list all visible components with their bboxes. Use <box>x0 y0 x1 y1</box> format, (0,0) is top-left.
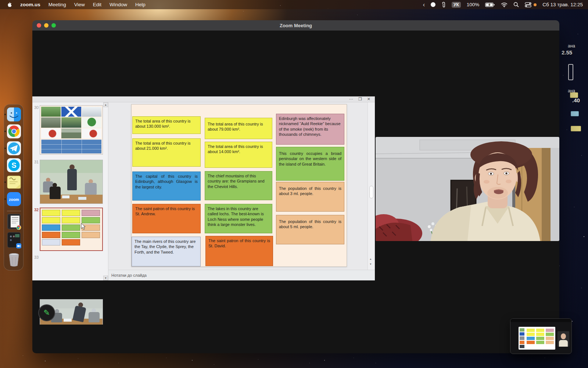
slide-thumbnail-pane: ▲ ▼ 30 <box>32 102 108 280</box>
telegram-icon[interactable] <box>7 141 21 156</box>
close-icon[interactable]: ✕ <box>367 97 370 101</box>
slide-text-box[interactable]: The main rivers of this country are the … <box>132 237 201 266</box>
finder-icon[interactable] <box>7 107 21 122</box>
photo-collage <box>41 107 101 138</box>
skype-icon[interactable]: S <box>7 158 21 173</box>
desktop-file-thumbnail[interactable] <box>571 126 581 131</box>
current-slide: The total area of this country is about … <box>131 104 347 267</box>
menubar-collapse-chevron[interactable]: ‹ <box>423 1 425 8</box>
blue-table <box>41 139 101 153</box>
mic-in-use-indicator <box>534 3 537 6</box>
window-titlebar[interactable]: Zoom Meeting <box>32 20 559 31</box>
battery-icon[interactable] <box>485 2 495 7</box>
desktop-file-value: .40 <box>572 97 580 103</box>
clover-image <box>82 117 101 127</box>
shared-screen-powerpoint: ⋯ ❐ ✕ ▲ ▼ 30 <box>32 96 375 280</box>
menu-bar: zoom.us Meeting View Edit Window Help ‹ … <box>0 0 588 9</box>
slide-thumbnail-31[interactable] <box>40 160 103 204</box>
mini-preview-screenshot <box>519 327 555 350</box>
slide-scrollbar[interactable]: ▲ ▼ <box>368 102 375 270</box>
svg-text:zoom: zoom <box>9 197 19 202</box>
zoom-meeting-window: Zoom Meeting ⋯ ❐ ✕ ▲ ▼ 30 <box>32 20 559 353</box>
slide-text-box[interactable]: Edinburgh was affectionately nicknamed “… <box>276 114 344 145</box>
mini-boxes-column <box>42 210 60 245</box>
zoom-app-icon[interactable]: zoom <box>7 192 21 206</box>
mouse-cursor <box>81 223 86 230</box>
stickies-running-dot <box>4 181 6 183</box>
slide-text-box[interactable]: The lakes in this country are called loc… <box>205 204 272 233</box>
menu-meeting[interactable]: Meeting <box>49 2 66 7</box>
stickies-icon[interactable] <box>7 175 21 190</box>
slide-text-box[interactable]: The total area of this country is about … <box>132 116 201 134</box>
chrome-running-dot <box>4 131 6 132</box>
zoom-badge-icon <box>16 243 21 248</box>
participant-video-tile[interactable] <box>376 137 559 241</box>
popout-window-icon[interactable]: ❐ <box>358 97 362 101</box>
dock: S zoom <box>4 104 24 270</box>
mini-boxes-column <box>62 210 80 245</box>
uk-map-image <box>41 128 61 138</box>
slide-text-box[interactable]: The population of this country is about … <box>276 182 344 212</box>
battery-percent: 100% <box>467 2 480 7</box>
uk-map-image <box>82 128 101 138</box>
slide-text-box[interactable]: The total area of this country is about … <box>132 138 201 167</box>
meeting-mini-preview-window[interactable] <box>510 318 572 354</box>
spotlight-search-icon[interactable] <box>513 2 519 7</box>
slide-text-box[interactable]: The total area of this country is about … <box>205 118 272 139</box>
notes-placeholder: Нотатки до слайда <box>111 273 147 277</box>
telegram-running-dot <box>4 148 6 149</box>
paperclip-icon[interactable] <box>441 1 446 8</box>
control-center-icon[interactable] <box>525 2 531 7</box>
menu-window[interactable]: Window <box>110 2 127 7</box>
slide-text-box[interactable]: The population of this country is about … <box>276 215 344 244</box>
desktop-file-thumbnail[interactable] <box>571 111 579 116</box>
thumbnails-scroll-down-button[interactable]: ▼ <box>103 276 108 280</box>
slide-text-box[interactable]: The capital of this country is Edinburgh… <box>132 171 201 201</box>
menu-edit[interactable]: Edit <box>93 2 101 7</box>
desktop-file-label: ана <box>568 43 575 49</box>
slide-text-box[interactable]: The chief mountains of this country are:… <box>205 171 272 200</box>
mini-preview-video <box>557 331 569 347</box>
participant-video-frame <box>376 137 559 241</box>
more-options-icon[interactable]: ⋯ <box>349 97 353 101</box>
menubar-clock[interactable]: Сб 13 трав. 12:25 <box>542 2 583 7</box>
wifi-icon[interactable] <box>501 2 508 7</box>
previous-slide-button[interactable]: ▲ <box>369 258 372 260</box>
window-title: Zoom Meeting <box>32 23 559 28</box>
screen-recording-indicator[interactable] <box>431 2 435 7</box>
next-slide-button[interactable]: ▼ <box>369 263 372 265</box>
chrome-icon[interactable] <box>7 124 21 139</box>
mini-preview-titlebar <box>510 319 571 322</box>
slide-canvas: The total area of this country is about … <box>108 102 368 270</box>
menu-help[interactable]: Help <box>135 2 146 7</box>
desktop-file-value: 2.55 <box>562 49 572 56</box>
finder-running-dot <box>4 114 6 115</box>
slide-text-box[interactable]: The saint patron of this country is St. … <box>205 236 273 266</box>
slide-number: 31 <box>34 160 39 164</box>
slide-number-selected: 32 <box>34 208 39 212</box>
slide-thumbnail-30[interactable] <box>40 105 103 155</box>
slide-number: 33 <box>34 255 39 259</box>
input-source-badge[interactable]: УК <box>452 2 461 8</box>
scrollbar-thumb[interactable] <box>369 186 373 198</box>
minimized-meeting-window[interactable] <box>7 232 21 248</box>
slide-text-box[interactable]: This country occupies a broad peninsular… <box>276 147 344 181</box>
menu-view[interactable]: View <box>74 2 85 7</box>
menu-app-name[interactable]: zoom.us <box>20 2 40 7</box>
slide-number: 30 <box>34 105 39 110</box>
scotland-flag-image <box>61 107 81 117</box>
slide-text-box[interactable]: The total area of this country is about … <box>205 142 272 168</box>
notes-bar[interactable]: Нотатки до слайда <box>108 270 375 280</box>
apple-menu-icon[interactable] <box>7 2 12 8</box>
slide-text-box[interactable]: The saint patron of this country is St. … <box>132 204 201 233</box>
dock-divider <box>7 211 21 211</box>
chrome-badge-icon <box>16 225 21 230</box>
slide-thumbnail-32-selected[interactable] <box>40 208 103 251</box>
meeting-content: ⋯ ❐ ✕ ▲ ▼ 30 <box>32 31 559 353</box>
trash-icon[interactable] <box>7 250 21 268</box>
desktop-file-outline[interactable] <box>568 64 573 80</box>
ppt-window-header: ⋯ ❐ ✕ <box>32 96 375 102</box>
minimized-document-window[interactable] <box>7 214 21 229</box>
thumbnails-scroll-up-button[interactable]: ▲ <box>103 102 108 107</box>
annotate-button[interactable]: ✎ <box>38 304 55 321</box>
